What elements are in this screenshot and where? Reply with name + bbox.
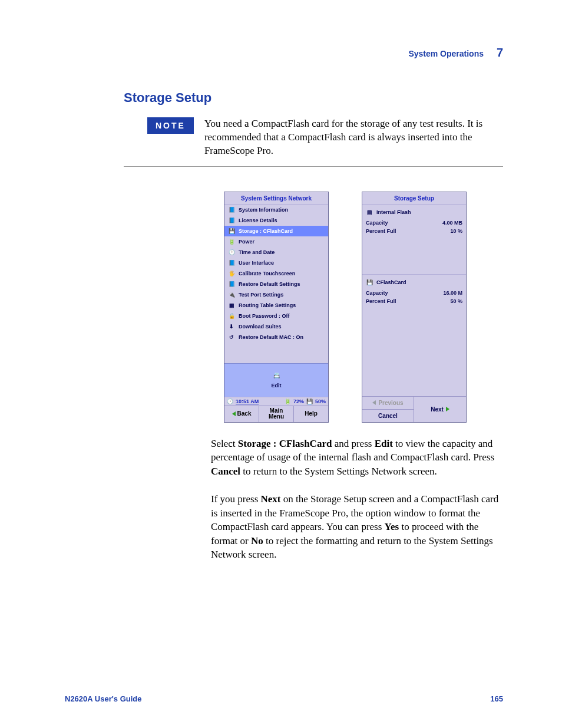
footer: N2620A User's Guide 165 — [65, 694, 503, 703]
internal-flash-section: ▤ Internal Flash Capacity 4.00 MB Percen… — [362, 205, 466, 274]
menu-item-label: System Information — [239, 207, 288, 213]
page: System Operations 7 Storage Setup NOTE Y… — [0, 0, 562, 728]
bold-text: Cancel — [211, 466, 240, 477]
back-button[interactable]: Back — [224, 406, 259, 422]
status-time: 10:51 AM — [236, 398, 259, 404]
clock-icon: 🕑 — [228, 249, 235, 256]
text: If you press — [211, 493, 261, 505]
menu-list: 📘System Information📘License Details💾Stor… — [224, 205, 328, 342]
main-menu-button[interactable]: MainMenu — [259, 406, 294, 422]
menu-item-label: Test Port Settings — [239, 292, 283, 298]
book-icon: 📘 — [228, 206, 235, 213]
menu-item[interactable]: ▦Routing Table Settings — [224, 300, 328, 311]
chapter-number: 7 — [497, 46, 503, 59]
book-icon: 📘 — [228, 217, 235, 224]
edit-icon: 📇 — [273, 372, 280, 379]
menu-item[interactable]: 🖐Calibrate Touchscreen — [224, 268, 328, 279]
bold-text: Edit — [375, 438, 393, 449]
menu-item[interactable]: 📘License Details — [224, 215, 328, 226]
cancel-button[interactable]: Cancel — [362, 409, 414, 422]
card-icon: 💾 — [306, 398, 313, 404]
menu-item[interactable]: 🔌Test Port Settings — [224, 289, 328, 300]
page-title: Storage Setup — [124, 90, 503, 106]
screen-title: System Settings Network — [224, 192, 328, 205]
screen-title: Storage Setup — [362, 192, 466, 205]
storage-setup-screen: Storage Setup ▤ Internal Flash Capacity … — [362, 192, 467, 423]
paragraph-1: Select Storage : CFlashCard and press Ed… — [211, 437, 503, 478]
menu-item[interactable]: 💾Storage : CFlashCard — [224, 226, 328, 236]
main-menu-label: MainMenu — [269, 408, 284, 420]
menu-item-label: Storage : CFlashCard — [239, 228, 293, 234]
note-label: NOTE — [147, 117, 194, 134]
back-label: Back — [237, 411, 252, 417]
nav-row: Back MainMenu Help — [224, 406, 328, 422]
percent-value: 50 % — [450, 298, 462, 304]
menu-item[interactable]: 📘System Information — [224, 205, 328, 215]
table-icon: ▦ — [228, 302, 235, 309]
status-storage: 50% — [315, 398, 326, 404]
help-label: Help — [305, 411, 318, 417]
book-icon: 📘 — [228, 281, 235, 288]
bold-text: Next — [261, 493, 281, 505]
capacity-label: Capacity — [366, 220, 388, 226]
text: and press — [332, 438, 374, 449]
cflash-section: 💾 CFlashCard Capacity 16.00 M Percent Fu… — [362, 274, 466, 308]
chevron-left-icon — [232, 411, 236, 416]
bold-text: No — [251, 535, 263, 546]
percent-label: Percent Full — [366, 298, 396, 304]
menu-item[interactable]: 📘Restore Default Settings — [224, 279, 328, 289]
card-icon: 💾 — [228, 228, 235, 235]
lock-icon: 🔒 — [228, 312, 235, 319]
cancel-label: Cancel — [378, 413, 398, 419]
menu-item-label: Restore Default Settings — [239, 281, 300, 287]
touch-icon: 🖐 — [228, 270, 235, 277]
menu-item[interactable]: 📘User Interface — [224, 258, 328, 268]
text: Select — [211, 438, 238, 449]
menu-item[interactable]: 🔋Power — [224, 236, 328, 247]
menu-item-label: Time and Date — [239, 249, 275, 255]
edit-panel: 📇 Edit — [224, 363, 328, 397]
battery-icon: 🔋 — [285, 398, 291, 404]
text: to return to the System Settings Network… — [240, 466, 437, 477]
menu-item-label: Routing Table Settings — [239, 302, 296, 308]
menu-item[interactable]: ↺Restore Default MAC : On — [224, 332, 328, 342]
menu-item-label: Boot Password : Off — [239, 313, 290, 319]
paragraph-2: If you press Next on the Storage Setup s… — [211, 492, 503, 561]
port-icon: 🔌 — [228, 291, 235, 298]
menu-item-label: Calibrate Touchscreen — [239, 271, 295, 276]
mac-icon: ↺ — [228, 334, 235, 341]
menu-item-label: Power — [239, 239, 254, 245]
screenshots-row: System Settings Network 📘System Informat… — [224, 192, 503, 423]
menu-item-label: License Details — [239, 218, 277, 223]
note-block: NOTE You need a CompactFlash card for th… — [147, 117, 503, 158]
chevron-left-icon — [372, 400, 376, 405]
menu-item[interactable]: 🔒Boot Password : Off — [224, 311, 328, 321]
previous-button[interactable]: Previous — [362, 397, 414, 409]
battery-icon: 🔋 — [228, 238, 235, 245]
menu-item[interactable]: ⬇Download Suites — [224, 321, 328, 332]
menu-item[interactable]: 🕑Time and Date — [224, 247, 328, 258]
page-number: 165 — [490, 694, 503, 703]
divider — [124, 166, 503, 167]
chip-icon: ▤ — [366, 209, 373, 216]
capacity-label: Capacity — [366, 290, 388, 296]
next-button[interactable]: Next — [414, 397, 466, 422]
cflash-label: CFlashCard — [376, 279, 406, 285]
note-text: You need a CompactFlash card for the sto… — [204, 117, 503, 158]
edit-button[interactable]: Edit — [272, 383, 282, 388]
capacity-value: 4.00 MB — [442, 220, 462, 226]
bold-text: Yes — [385, 521, 399, 532]
status-bar: 🕑 10:51 AM 🔋 72% 💾 50% — [224, 397, 328, 406]
system-settings-screen: System Settings Network 📘System Informat… — [224, 192, 329, 423]
nav-grid: Previous Next Cancel — [362, 396, 466, 422]
internal-flash-label: Internal Flash — [376, 209, 411, 215]
card-icon: 💾 — [366, 279, 373, 286]
capacity-value: 16.00 M — [443, 290, 462, 296]
status-battery: 72% — [293, 398, 304, 404]
percent-value: 10 % — [450, 228, 462, 234]
help-button[interactable]: Help — [294, 406, 328, 422]
section-name: System Operations — [408, 49, 484, 58]
bold-text: Storage : CFlashCard — [238, 438, 332, 449]
download-icon: ⬇ — [228, 323, 235, 330]
chevron-right-icon — [446, 407, 449, 411]
